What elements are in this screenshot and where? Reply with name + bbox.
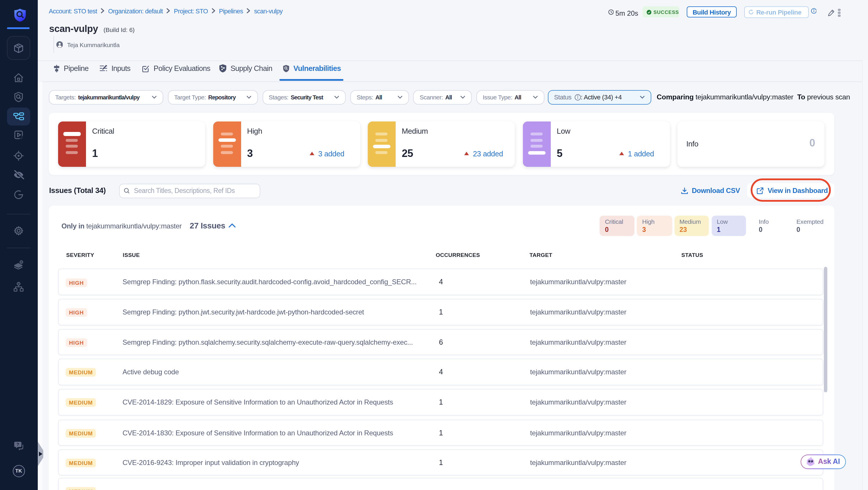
svg-text:?: ? — [17, 442, 19, 447]
